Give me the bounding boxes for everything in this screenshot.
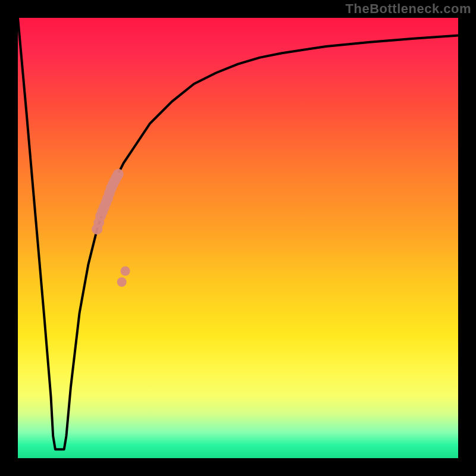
- curve-svg: [18, 18, 458, 458]
- bottleneck-curve: [18, 18, 458, 449]
- plot-area: [18, 18, 458, 458]
- highlight-dot: [113, 169, 124, 180]
- highlight-dot: [121, 267, 130, 276]
- watermark-text: TheBottleneck.com: [346, 1, 471, 17]
- plot-inner: [18, 18, 458, 458]
- highlight-dot: [117, 277, 127, 287]
- chart-frame: TheBottleneck.com: [0, 0, 476, 476]
- highlight-dots: [92, 169, 130, 287]
